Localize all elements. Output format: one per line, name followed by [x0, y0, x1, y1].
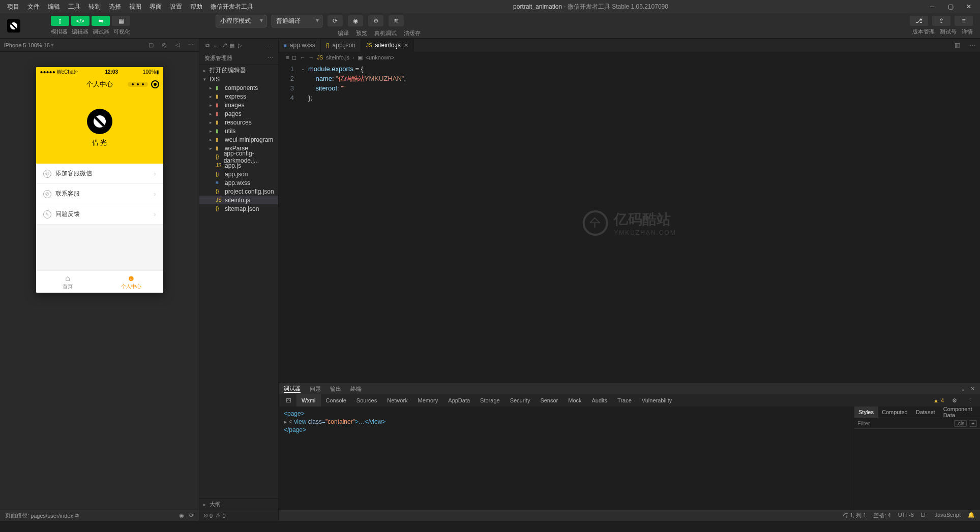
menu-wxdevtools[interactable]: 微信开发者工具 [207, 1, 256, 13]
tab-storage[interactable]: Storage [475, 394, 505, 406]
tree-folder[interactable]: ▸▮pages [199, 109, 278, 118]
mode-dropdown[interactable]: 小程序模式 [216, 15, 266, 27]
split-editor-icon[interactable]: ▥ [949, 39, 965, 52]
explorer-more-icon[interactable]: ⋯ [268, 55, 273, 61]
error-icon[interactable]: ⊘ [203, 512, 208, 519]
file-tree[interactable]: ▸打开的编辑器 ▾DIS ▸▮components ▸▮express ▸▮im… [199, 65, 278, 498]
capsule-menu[interactable] [128, 82, 148, 87]
menu-edit[interactable]: 编辑 [45, 1, 63, 13]
bc-list-icon[interactable]: ≡ [286, 54, 289, 60]
menu-view[interactable]: 视图 [126, 1, 144, 13]
sim-record-icon[interactable]: ◎ [160, 41, 168, 49]
menu-settings[interactable]: 设置 [167, 1, 185, 13]
code-content[interactable]: module.exports = { name: "亿码酷站YMKUZHAN",… [308, 63, 980, 383]
search-icon[interactable]: ⌕ [212, 41, 220, 49]
clear-cache-button[interactable]: ≋ [389, 15, 404, 26]
tab-app-json[interactable]: {}app.json [321, 39, 361, 52]
tree-file[interactable]: ≡app.wxss [199, 178, 278, 187]
tab-styles[interactable]: Styles [854, 406, 878, 418]
tree-open-editors[interactable]: ▸打开的编辑器 [199, 66, 278, 75]
menu-goto[interactable]: 转到 [85, 1, 104, 13]
list-item[interactable]: ✆联系客服› [36, 184, 163, 204]
menu-project[interactable]: 项目 [4, 1, 22, 13]
tab-problems[interactable]: 问题 [310, 385, 321, 393]
tab-network[interactable]: Network [382, 394, 412, 406]
visual-toggle[interactable]: ▦ [112, 16, 130, 26]
eye-icon[interactable]: ◉ [179, 512, 184, 519]
tree-file[interactable]: {}app-config-darkmode.j... [199, 152, 278, 161]
tree-folder[interactable]: ▸▮images [199, 101, 278, 109]
menu-tool[interactable]: 工具 [65, 1, 83, 13]
real-debug-button[interactable]: ⚙ [368, 15, 383, 26]
simulator-toggle[interactable]: ▯ [51, 16, 69, 26]
version-button[interactable]: ⎇ [910, 16, 928, 26]
debug-icon[interactable]: ▷ [236, 41, 244, 49]
compile-button[interactable]: ⟳ [328, 15, 343, 26]
bc-forward-icon[interactable]: → [308, 54, 314, 60]
add-style-button[interactable]: + [969, 420, 977, 427]
tab-vulnerability[interactable]: Vulnerability [637, 394, 677, 406]
ext-icon[interactable]: ▦ [228, 41, 236, 49]
tree-file-active[interactable]: JSsiteinfo.js [199, 196, 278, 204]
close-button[interactable]: ✕ [962, 2, 976, 12]
tab-trace[interactable]: Trace [612, 394, 637, 406]
tree-file[interactable]: {}sitemap.json [199, 204, 278, 213]
reload-icon[interactable]: ⟳ [189, 512, 194, 519]
breadcrumb[interactable]: ≡ ◻ ← → JS siteinfo.js › ▣ <unknown> [279, 52, 980, 63]
tree-folder[interactable]: ▸▮express [199, 92, 278, 101]
sim-rotate-icon[interactable]: ▢ [147, 41, 155, 49]
editor-toggle[interactable]: </> [71, 16, 90, 26]
tab-console[interactable]: Console [321, 394, 351, 406]
dom-tree[interactable]: <page> ▸ <view class="container">…</view… [279, 406, 854, 510]
detail-button[interactable]: ≡ [955, 16, 973, 26]
list-item[interactable]: ✆添加客服微信› [36, 164, 163, 184]
indent-info[interactable]: 空格: 4 [873, 512, 890, 519]
bc-bookmark-icon[interactable]: ◻ [292, 54, 296, 61]
copy-icon[interactable]: ⧉ [75, 512, 79, 519]
tab-computed[interactable]: Computed [878, 406, 912, 418]
tab-sensor[interactable]: Sensor [535, 394, 563, 406]
compile-dropdown[interactable]: 普通编译 [272, 15, 322, 27]
collapse-icon[interactable]: ⌄ [961, 386, 965, 392]
menu-select[interactable]: 选择 [106, 1, 124, 13]
capsule-close[interactable] [151, 80, 159, 88]
tree-folder[interactable]: ▸▮resources [199, 118, 278, 127]
code-editor[interactable]: 1234 ⌄ module.exports = { name: "亿码酷站YMK… [279, 63, 980, 383]
maximize-button[interactable]: ▢ [943, 2, 958, 12]
tree-root[interactable]: ▾DIS [199, 75, 278, 83]
close-tab-icon[interactable]: ✕ [404, 42, 408, 49]
style-filter-input[interactable] [857, 420, 952, 426]
bell-icon[interactable]: 🔔 [968, 512, 975, 519]
tab-component-data[interactable]: Component Data [939, 406, 976, 418]
tab-appdata[interactable]: AppData [443, 394, 475, 406]
tab-sources[interactable]: Sources [351, 394, 382, 406]
tab-memory[interactable]: Memory [413, 394, 443, 406]
tree-folder[interactable]: ▸▮utils [199, 127, 278, 135]
tree-file[interactable]: {}project.config.json [199, 187, 278, 196]
page-path[interactable]: pages/user/index [31, 513, 73, 519]
avatar[interactable] [87, 109, 112, 134]
phone-simulator[interactable]: ●●●●● WeChatᯤ 12:03 100%▮ 个人中心 借 光 ✆添 [36, 67, 163, 293]
tab-output[interactable]: 输出 [330, 385, 341, 393]
fold-gutter[interactable]: ⌄ [301, 63, 308, 383]
tab-mock[interactable]: Mock [563, 394, 586, 406]
bc-back-icon[interactable]: ← [300, 54, 305, 60]
device-selector[interactable]: iPhone 5 100% 16 [4, 42, 50, 48]
more-icon[interactable]: ⋯ [266, 41, 274, 49]
tab-debugger[interactable]: 调试器 [284, 385, 301, 393]
outline-section[interactable]: ▸大纲 [199, 498, 278, 510]
inspect-icon[interactable]: ⮹ [281, 394, 296, 406]
menu-interface[interactable]: 界面 [146, 1, 165, 13]
list-item[interactable]: ✎问题反馈› [36, 204, 163, 225]
tab-terminal[interactable]: 终端 [350, 385, 362, 393]
sim-send-icon[interactable]: ◁ [173, 41, 182, 49]
files-icon[interactable]: ⧉ [203, 41, 212, 49]
menu-help[interactable]: 帮助 [187, 1, 205, 13]
style-more-icon[interactable]: » [976, 406, 980, 418]
warning-badge[interactable]: ▲4 [933, 397, 947, 403]
tab-app-wxss[interactable]: ≡app.wxss [279, 39, 321, 52]
devtools-settings-icon[interactable]: ⚙ [947, 394, 962, 406]
preview-button[interactable]: ◉ [348, 15, 363, 26]
warning-icon[interactable]: ⚠ [216, 512, 221, 519]
devtools-menu-icon[interactable]: ⋮ [962, 394, 978, 406]
